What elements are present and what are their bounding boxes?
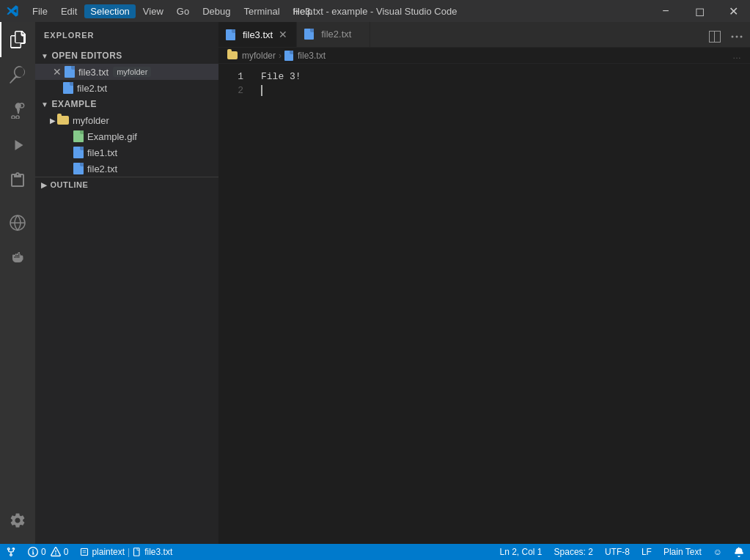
errors-count: 0 <box>41 547 46 557</box>
smiley-item[interactable]: ☺ <box>707 544 728 560</box>
tab-file3-label: file3.txt <box>243 29 273 40</box>
editor-area: file3.txt ✕ file2.txt myfolder <box>218 22 750 544</box>
minimize-button[interactable]: − <box>649 0 683 22</box>
tab-file2-label: file2.txt <box>321 29 351 40</box>
menu-debug[interactable]: Debug <box>196 4 236 18</box>
tab-file2[interactable]: file2.txt <box>297 22 370 47</box>
status-bar-left: 0 0 plaintext | file3.txt <box>0 544 178 560</box>
code-line-1-content: File 3! <box>261 70 301 84</box>
close-dirty-icon[interactable]: ✕ <box>53 66 62 78</box>
example-chevron-icon: ▼ <box>41 100 48 108</box>
errors-item[interactable]: 0 0 <box>22 544 74 560</box>
bell-icon <box>734 547 744 557</box>
status-sep: | <box>128 547 130 557</box>
activity-extensions[interactable] <box>0 163 35 198</box>
open-editors-header[interactable]: ▼ Open Editors <box>35 48 218 64</box>
activity-settings[interactable] <box>0 503 35 538</box>
encoding-text: UTF-8 <box>605 547 630 557</box>
encoding-item[interactable]: UTF-8 <box>599 544 636 560</box>
outline-header[interactable]: ▶ Outline <box>35 177 218 192</box>
window-controls: − ◻ ✕ <box>649 0 750 22</box>
file2-icon <box>73 163 84 174</box>
file1-label: file1.txt <box>87 147 117 158</box>
tab-file3[interactable]: file3.txt ✕ <box>218 22 297 47</box>
breadcrumb: myfolder › file3.txt … <box>218 48 750 64</box>
file1-icon <box>73 147 84 158</box>
language-mode-item[interactable]: Plain Text <box>658 544 707 560</box>
activity-bar <box>0 22 35 544</box>
menu-selection[interactable]: Selection <box>84 4 135 18</box>
indentation-item[interactable]: Spaces: 2 <box>548 544 599 560</box>
editor-content[interactable]: 1 2 File 3! <box>218 64 750 544</box>
line-num-1: 1 <box>218 70 255 84</box>
line-endings-item[interactable]: LF <box>636 544 658 560</box>
warning-icon <box>51 547 61 557</box>
close-button[interactable]: ✕ <box>716 0 750 22</box>
activity-run[interactable] <box>0 128 35 163</box>
warnings-count: 0 <box>64 547 69 557</box>
example-label: Example <box>51 99 97 109</box>
code-area[interactable]: File 3! <box>255 64 743 544</box>
menu-help[interactable]: Help <box>287 4 319 18</box>
example-header[interactable]: ▼ Example <box>35 96 218 112</box>
status-bar: 0 0 plaintext | file3.txt Ln 2, Col 1 Sp… <box>0 544 750 560</box>
svg-rect-5 <box>81 549 88 556</box>
activity-explorer[interactable] <box>0 22 35 57</box>
activity-search[interactable] <box>0 57 35 92</box>
breadcrumb-file-icon <box>284 51 293 61</box>
error-icon <box>28 547 38 557</box>
breadcrumb-myfolder[interactable]: myfolder <box>227 51 276 61</box>
sidebar-title: Explorer <box>35 22 218 48</box>
more-actions-button[interactable] <box>727 26 747 47</box>
cursor-position-text: Ln 2, Col 1 <box>499 547 542 557</box>
restore-button[interactable]: ◻ <box>683 0 716 22</box>
code-line-2 <box>261 84 743 97</box>
git-branch-item[interactable] <box>0 544 22 560</box>
svg-point-3 <box>736 36 738 38</box>
tab-file3-close[interactable]: ✕ <box>277 27 289 42</box>
vertical-scrollbar[interactable] <box>743 64 750 544</box>
menu-go[interactable]: Go <box>171 4 195 18</box>
activity-docker[interactable] <box>0 240 35 276</box>
split-editor-button[interactable] <box>705 26 725 47</box>
example-gif-item[interactable]: Example.gif <box>35 128 218 144</box>
code-line-1: File 3! <box>261 70 743 84</box>
activity-source-control[interactable] <box>0 92 35 128</box>
myfolder-item[interactable]: ▶ myfolder <box>35 112 218 128</box>
menu-file[interactable]: File <box>26 4 54 18</box>
open-editor-file3-name: file3.txt <box>78 67 109 78</box>
open-editor-file3[interactable]: ✕ file3.txt myfolder <box>35 64 218 80</box>
menu-edit[interactable]: Edit <box>55 4 83 18</box>
myfolder-label: myfolder <box>73 115 109 126</box>
file2-txt-icon <box>63 82 73 94</box>
file-info-item[interactable]: plaintext | file3.txt <box>74 544 178 560</box>
outline-section: ▶ Outline <box>35 177 218 192</box>
file-status-icon <box>80 548 89 556</box>
line-num-2: 2 <box>218 84 255 97</box>
file2-label: file2.txt <box>87 163 117 174</box>
open-editor-file2[interactable]: file2.txt <box>35 80 218 96</box>
activity-remote-explorer[interactable] <box>0 205 35 240</box>
sidebar: Explorer ▼ Open Editors ✕ file3.txt myfo… <box>35 22 218 544</box>
tab-file3-icon <box>226 29 235 40</box>
menu-terminal[interactable]: Terminal <box>238 4 285 18</box>
notifications-item[interactable] <box>728 544 750 560</box>
open-editor-workspace: myfolder <box>113 67 151 77</box>
myfolder-chevron-icon: ▶ <box>50 117 56 125</box>
git-branch-icon <box>6 547 16 557</box>
plaintext-label: plaintext <box>92 547 125 557</box>
smiley-icon: ☺ <box>713 547 722 557</box>
tab-bar-actions <box>702 26 750 47</box>
file3-txt-icon <box>65 66 75 78</box>
breadcrumb-folder-label: myfolder <box>242 51 276 61</box>
file2-item[interactable]: file2.txt <box>35 161 218 177</box>
file1-item[interactable]: file1.txt <box>35 144 218 161</box>
svg-point-4 <box>740 36 743 38</box>
main-area: Explorer ▼ Open Editors ✕ file3.txt myfo… <box>0 22 750 544</box>
open-editors-label: Open Editors <box>51 51 122 61</box>
menu-view[interactable]: View <box>137 4 169 18</box>
cursor-position-item[interactable]: Ln 2, Col 1 <box>493 544 548 560</box>
example-gif-label: Example.gif <box>87 131 137 142</box>
title-bar: File Edit Selection View Go Debug Termin… <box>0 0 750 22</box>
breadcrumb-file3[interactable]: file3.txt <box>284 51 326 61</box>
